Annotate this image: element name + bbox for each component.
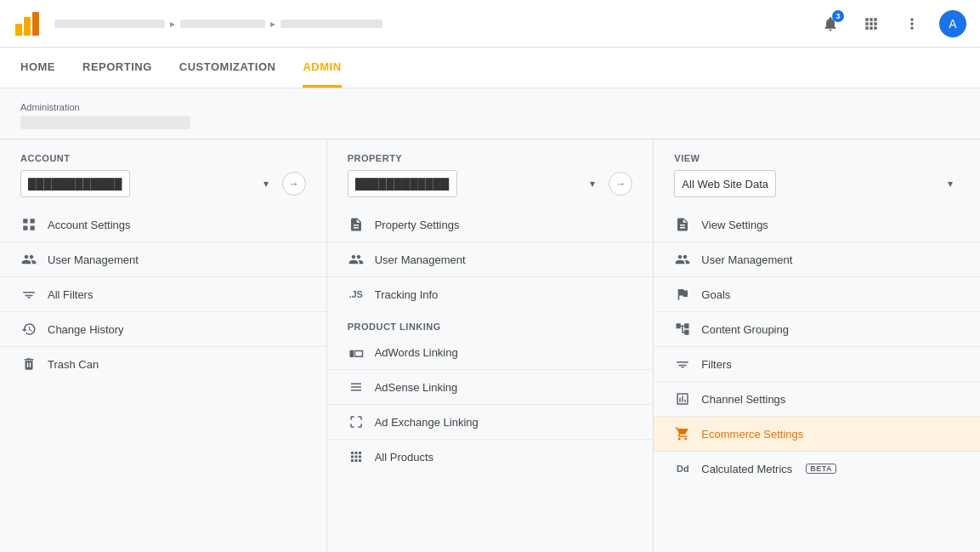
more-options-button[interactable] (898, 10, 926, 37)
property-user-mgmt-label: User Management (375, 253, 466, 266)
cart-icon (674, 425, 691, 442)
property-section-label: PROPERTY (348, 153, 633, 163)
calculated-metrics-item[interactable]: Dd Calculated Metrics BETA (654, 452, 980, 486)
breadcrumb: ▸ ▸ (54, 18, 817, 30)
ad-exchange-label: Ad Exchange Linking (375, 416, 479, 429)
trash-icon (20, 356, 37, 373)
trash-can-label: Trash Can (48, 358, 99, 371)
property-settings-label: Property Settings (375, 219, 460, 231)
ad-exchange-linking-item[interactable]: Ad Exchange Linking (327, 405, 654, 440)
adexchange-icon (348, 413, 365, 430)
all-products-label: All Products (375, 451, 433, 464)
all-products-icon (348, 448, 365, 465)
adwords-linking-item[interactable]: AdWords Linking (327, 335, 654, 370)
change-history-label: Change History (48, 323, 124, 336)
dd-icon: Dd (674, 460, 691, 477)
filter-icon (20, 286, 37, 303)
account-column: ACCOUNT ████████████ → Account Settings (0, 139, 327, 552)
view-menu-list: View Settings User Management Goals (654, 208, 980, 486)
channel-settings-item[interactable]: Channel Settings (654, 382, 980, 417)
channel-icon (674, 390, 691, 407)
property-user-mgmt-item[interactable]: User Management (327, 242, 654, 277)
adwords-icon (348, 344, 365, 361)
property-menu-list: Property Settings User Management .JS Tr… (327, 208, 654, 311)
tracking-info-item[interactable]: .JS Tracking Info (327, 277, 654, 311)
js-icon: .JS (348, 286, 365, 303)
change-history-item[interactable]: Change History (0, 312, 326, 347)
breadcrumb-part-3 (280, 20, 382, 28)
view-section-label: VIEW (674, 153, 960, 163)
tab-customization[interactable]: CUSTOMIZATION (179, 48, 276, 88)
svg-rect-2 (32, 12, 39, 36)
all-filters-item[interactable]: All Filters (0, 277, 326, 312)
property-select-wrapper: ████████████ (348, 170, 603, 197)
view-people-icon (674, 251, 691, 268)
view-settings-icon (674, 216, 691, 233)
all-filters-label: All Filters (48, 288, 93, 301)
property-column: PROPERTY ████████████ → Property Setting… (327, 139, 654, 552)
view-settings-label: View Settings (701, 219, 768, 231)
account-menu-list: Account Settings User Management All Fil… (0, 208, 326, 381)
view-filters-item[interactable]: Filters (654, 347, 980, 382)
adsense-icon (348, 378, 365, 396)
account-settings-item[interactable]: Account Settings (0, 208, 326, 242)
view-filters-label: Filters (701, 358, 731, 371)
account-user-management-item[interactable]: User Management (0, 242, 326, 277)
calculated-metrics-label: Calculated Metrics (701, 463, 792, 475)
admin-section-label: Administration (20, 102, 960, 112)
top-bar-icons: 3 A (817, 10, 966, 37)
account-settings-label: Account Settings (48, 219, 131, 231)
channel-settings-label: Channel Settings (701, 393, 785, 406)
view-user-mgmt-item[interactable]: User Management (654, 242, 980, 277)
avatar[interactable]: A (939, 10, 966, 37)
grid-icon (20, 216, 37, 233)
property-arrow-btn[interactable]: → (609, 172, 632, 196)
all-products-item[interactable]: All Products (327, 440, 654, 474)
breadcrumb-part-1 (54, 20, 165, 28)
property-people-icon (348, 251, 365, 268)
history-icon (20, 321, 37, 338)
view-user-mgmt-label: User Management (701, 253, 792, 266)
account-col-header: ACCOUNT ████████████ → (0, 153, 326, 208)
property-settings-item[interactable]: Property Settings (327, 208, 654, 242)
tab-admin[interactable]: ADMIN (303, 48, 341, 88)
view-column: VIEW All Web Site Data View Settings (654, 139, 980, 552)
content-grouping-item[interactable]: Content Grouping (654, 312, 980, 347)
flag-icon (674, 286, 691, 303)
adsense-linking-item[interactable]: AdSense Linking (327, 370, 654, 405)
nav-tabs: HOME REPORTING CUSTOMIZATION ADMIN (0, 48, 980, 88)
ecommerce-settings-label: Ecommerce Settings (701, 428, 803, 441)
breadcrumb-part-2 (180, 20, 265, 28)
admin-account-title (20, 116, 190, 129)
top-bar: ▸ ▸ 3 A (0, 0, 980, 48)
trash-can-item[interactable]: Trash Can (0, 347, 326, 381)
svg-rect-1 (24, 17, 31, 36)
tracking-info-label: Tracking Info (375, 288, 439, 301)
view-filter-icon (674, 356, 691, 373)
product-linking-list: AdWords Linking AdSense Linking Ad Excha… (327, 335, 654, 474)
notifications-button[interactable]: 3 (817, 10, 844, 37)
account-arrow-btn[interactable]: → (282, 172, 306, 196)
ga-logo (14, 10, 41, 37)
content-grouping-label: Content Grouping (701, 323, 789, 336)
hierarchy-icon (674, 321, 691, 338)
account-select-row: ████████████ → (20, 170, 306, 197)
tab-home[interactable]: HOME (20, 48, 55, 88)
account-user-mgmt-label: User Management (48, 253, 139, 266)
svg-rect-0 (15, 24, 22, 36)
account-section-label: ACCOUNT (20, 153, 306, 163)
view-col-header: VIEW All Web Site Data (654, 153, 980, 208)
apps-button[interactable] (858, 10, 885, 37)
account-select[interactable]: ████████████ (20, 170, 130, 197)
account-select-wrapper: ████████████ (20, 170, 275, 197)
view-select[interactable]: All Web Site Data (674, 170, 776, 197)
property-select[interactable]: ████████████ (348, 170, 457, 197)
ecommerce-settings-item[interactable]: Ecommerce Settings (654, 417, 980, 452)
product-linking-header: PRODUCT LINKING (327, 311, 654, 335)
view-settings-item[interactable]: View Settings (654, 208, 980, 242)
view-select-wrapper: All Web Site Data (674, 170, 960, 197)
goals-item[interactable]: Goals (654, 277, 980, 312)
property-select-row: ████████████ → (348, 170, 633, 197)
adwords-label: AdWords Linking (375, 346, 458, 359)
tab-reporting[interactable]: REPORTING (82, 48, 152, 88)
